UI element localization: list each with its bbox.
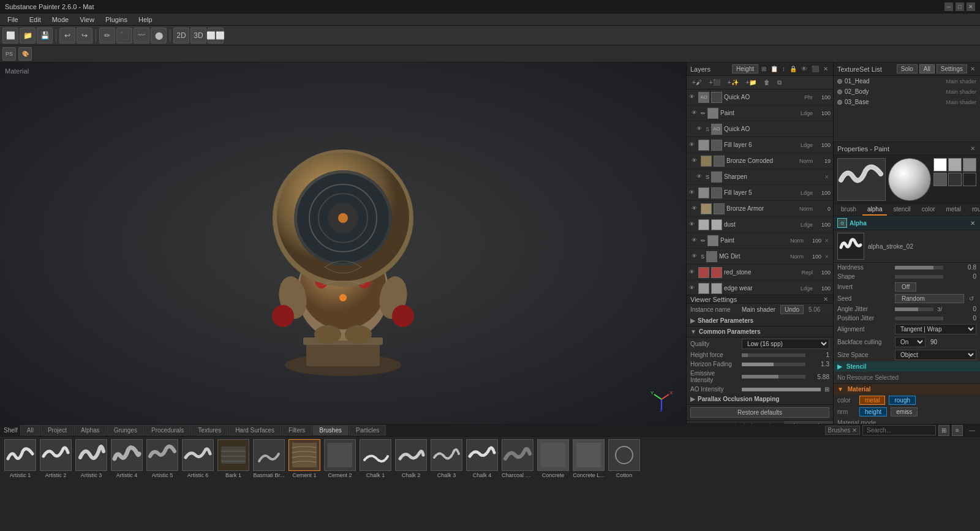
menu-file[interactable]: File	[2, 15, 23, 24]
brush-chalk-1[interactable]: Chalk 1	[359, 439, 392, 478]
open-button[interactable]: 📁	[20, 28, 36, 43]
swatch-gray[interactable]	[963, 158, 976, 171]
vs-horizon-slider[interactable]	[742, 363, 805, 366]
ts-item-head[interactable]: 01_Head Main shader	[834, 76, 980, 86]
size-space-select[interactable]: Object	[895, 350, 976, 360]
shelf-tab-hard-surfaces[interactable]: Hard Surfaces	[228, 425, 281, 435]
tab-metal[interactable]: metal	[941, 204, 966, 216]
brush-basmati[interactable]: Basmati Br...	[252, 439, 285, 478]
shelf-search-input[interactable]	[862, 425, 936, 435]
props-close[interactable]: ✕	[969, 145, 976, 153]
add-paint-layer-btn[interactable]: +🖌	[689, 78, 705, 87]
tab-rough[interactable]: rough	[967, 204, 980, 216]
brush-cotton[interactable]: Cotton	[608, 439, 641, 478]
shelf-tab-grunges[interactable]: Grunges	[107, 425, 144, 435]
menu-view[interactable]: View	[75, 15, 99, 24]
smudge-button[interactable]: 〰	[134, 28, 149, 43]
layer-eye[interactable]: 👁	[692, 110, 699, 117]
shelf-tab-brushes[interactable]: Brushes	[312, 425, 349, 435]
tab-brush[interactable]: brush	[836, 204, 861, 216]
layer-item[interactable]: 👁 Bronze Corroded Norm 19	[687, 153, 833, 169]
ps-icon-2[interactable]: 🎨	[18, 47, 32, 61]
swatch-dark1[interactable]	[933, 173, 947, 186]
shelf-filter-btn[interactable]: Brushes ✕	[825, 426, 860, 435]
vs-common-params-section[interactable]: ▼ Common Parameters	[687, 326, 833, 337]
vs-emissive-slider[interactable]	[742, 375, 805, 378]
vs-height-force-slider[interactable]	[742, 353, 805, 357]
viewport-3d[interactable]: 3D	[190, 28, 206, 43]
layer-eye[interactable]: 👁	[692, 253, 699, 260]
layers-icon-2[interactable]: 📋	[769, 65, 779, 73]
shelf-tab-alphas[interactable]: Alphas	[74, 425, 107, 435]
seed-refresh-icon[interactable]: ↺	[967, 295, 976, 302]
layer-item[interactable]: 👁 Fill layer 5 Ldge 100	[687, 185, 833, 201]
mat-metal-chip[interactable]: metal	[859, 396, 885, 405]
fill-button[interactable]: ⬤	[151, 28, 167, 43]
layers-icon-4[interactable]: 🔒	[788, 65, 798, 73]
textureset-list[interactable]: 01_Head Main shader 02_Body Main shader …	[834, 76, 980, 141]
mat-emiss-chip[interactable]: emiss	[891, 407, 918, 416]
layer-item[interactable]: 👁 S AO Quick AO	[687, 121, 833, 137]
layer-eye[interactable]: 👁	[692, 237, 699, 244]
ts-close[interactable]: ✕	[969, 65, 976, 73]
swatch-dark2[interactable]	[948, 173, 962, 186]
ts-item-body[interactable]: 02_Body Main shader	[834, 86, 980, 97]
grid-view-btn[interactable]: ⊞	[938, 425, 949, 436]
layer-item[interactable]: 👁 red_stone Repl 100	[687, 265, 833, 281]
save-button[interactable]: 💾	[37, 28, 53, 43]
stencil-section[interactable]: ▶ Stencil	[834, 361, 980, 372]
add-group-btn[interactable]: +📁	[743, 78, 760, 87]
vs-close[interactable]: ✕	[822, 295, 829, 303]
layers-icon-1[interactable]: ⊞	[760, 65, 767, 73]
layer-eye[interactable]: 👁	[692, 157, 699, 165]
brush-artistic-6[interactable]: Artistic 6	[181, 439, 214, 478]
layer-item[interactable]: 👁 S MG Dirt Norm 100 ✕	[687, 249, 833, 265]
brush-chalk-2[interactable]: Chalk 2	[394, 439, 428, 478]
ts-item-base[interactable]: 03_Base Main shader	[834, 97, 980, 107]
shelf-close-icon[interactable]: —	[968, 426, 976, 434]
shelf-tab-filters[interactable]: Filters	[282, 425, 312, 435]
layer-eye[interactable]: 👁	[696, 126, 704, 133]
brush-artistic-4[interactable]: Artistic 4	[110, 439, 143, 478]
shelf-tab-all[interactable]: All	[20, 425, 40, 435]
seed-btn[interactable]: Random	[895, 294, 964, 303]
layer-eye[interactable]: 👁	[692, 205, 699, 213]
undo-btn[interactable]: Undo	[780, 305, 804, 314]
brush-chalk-4[interactable]: Chalk 4	[466, 439, 499, 478]
shelf-tab-project[interactable]: Project	[41, 425, 74, 435]
brush-cement-1[interactable]: Cement 1	[288, 439, 321, 478]
delete-layer-btn[interactable]: 🗑	[761, 78, 773, 87]
redo-button[interactable]: ↪	[77, 28, 92, 43]
layer-close[interactable]: ✕	[823, 174, 831, 180]
brush-charcoal[interactable]: Charcoal B...	[501, 439, 534, 478]
menu-mode[interactable]: Mode	[47, 15, 74, 24]
layers-list[interactable]: 👁 AO Quick AO Phr 100 👁 ✏ Paint Ldge	[687, 89, 833, 295]
mat-height-chip[interactable]: height	[859, 407, 887, 416]
erase-button[interactable]: ⬛	[116, 28, 132, 43]
all-btn[interactable]: All	[919, 64, 935, 73]
layer-eye[interactable]: 👁	[689, 189, 696, 197]
paint-mode-button[interactable]: ✏	[99, 28, 115, 43]
material-section[interactable]: ▼ Material	[834, 384, 980, 394]
shelf-tab-textures[interactable]: Textures	[191, 425, 228, 435]
swatch-mid[interactable]	[948, 158, 962, 171]
layers-close[interactable]: ✕	[822, 65, 829, 73]
maximize-button[interactable]: □	[956, 2, 964, 11]
brush-cement-2[interactable]: Cement 2	[323, 439, 356, 478]
channel-dropdown[interactable]: Height	[732, 64, 758, 73]
angle-slider[interactable]	[895, 307, 933, 311]
duplicate-layer-btn[interactable]: ⧉	[774, 78, 785, 88]
layer-close[interactable]: ✕	[823, 238, 831, 244]
layer-item[interactable]: 👁 dust Ldge 100	[687, 217, 833, 233]
layer-item[interactable]: 👁 ✏ Paint Norm 100 ✕	[687, 233, 833, 249]
brush-artistic-1[interactable]: Artistic 1	[4, 439, 37, 478]
layer-eye[interactable]: 👁	[689, 269, 696, 276]
layer-eye[interactable]: 👁	[689, 141, 696, 149]
solo-btn[interactable]: Solo	[897, 64, 918, 73]
layers-icon-5[interactable]: 👁	[800, 65, 809, 73]
shelf-tab-particles[interactable]: Particles	[349, 425, 386, 435]
tab-color[interactable]: color	[917, 204, 940, 216]
brush-chalk-3[interactable]: Chalk 3	[430, 439, 463, 478]
layer-item[interactable]: 👁 Fill layer 6 Ldge 100	[687, 137, 833, 153]
add-fill-layer-btn[interactable]: +⬛	[706, 78, 723, 87]
